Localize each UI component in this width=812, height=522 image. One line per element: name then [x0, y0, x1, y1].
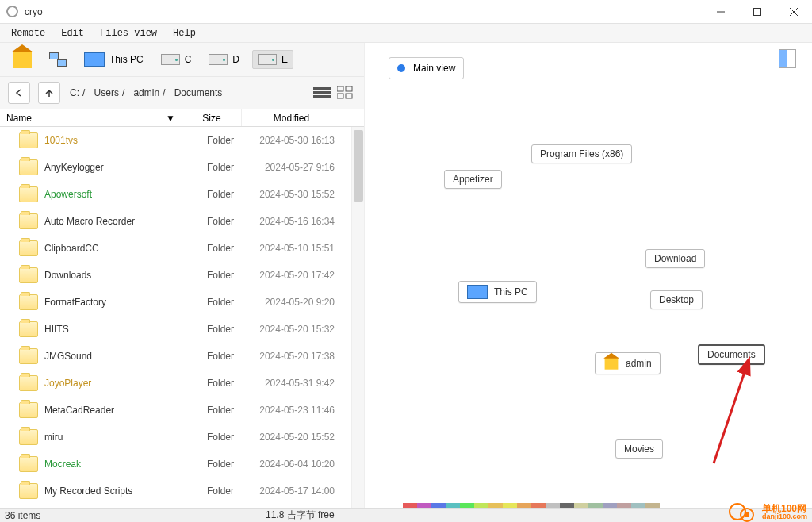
node-program-files[interactable]: Program Files (x86)	[531, 144, 632, 163]
file-browser-pane: This PC C D E C:/ Users/ admin/ Document…	[0, 43, 365, 508]
disk-icon	[209, 54, 228, 65]
pc-icon	[467, 285, 488, 299]
file-modified: 2024-05-30 15:52	[242, 189, 341, 200]
network-button[interactable]	[44, 49, 71, 70]
file-row[interactable]: JoyoPlayerFolder2024-05-31 9:42	[0, 370, 364, 397]
node-this-pc[interactable]: This PC	[458, 281, 537, 303]
node-appetizer[interactable]: Appetizer	[444, 170, 502, 189]
file-type: Folder	[182, 270, 242, 281]
status-free: 11.8 吉字节 free	[266, 509, 335, 522]
sort-arrow-icon: ▼	[166, 113, 175, 124]
file-name: JMGSound	[44, 351, 92, 362]
menu-bar: Remote Edit Files view Help	[0, 24, 812, 43]
file-name: Mocreak	[44, 459, 81, 470]
file-modified: 2024-05-20 17:42	[242, 270, 341, 281]
location-toolbar: This PC C D E	[0, 43, 364, 77]
node-download[interactable]: Download	[645, 249, 705, 268]
home-icon	[13, 51, 32, 68]
file-type: Folder	[182, 216, 242, 227]
svg-rect-1	[754, 8, 761, 15]
file-name: Downloads	[44, 270, 91, 281]
file-row[interactable]: ClipboardCCFolder2024-05-10 15:51	[0, 235, 364, 262]
file-type: Folder	[182, 135, 242, 146]
svg-rect-5	[313, 91, 331, 94]
back-button[interactable]	[8, 82, 30, 104]
drive-e-button[interactable]: E	[252, 50, 293, 69]
svg-rect-4	[313, 87, 331, 90]
file-name: ClipboardCC	[44, 243, 99, 254]
file-row[interactable]: Auto Macro RecorderFolder2024-05-16 16:3…	[0, 208, 364, 235]
node-admin[interactable]: admin	[595, 352, 661, 374]
file-type: Folder	[182, 432, 242, 443]
up-button[interactable]	[38, 82, 60, 104]
file-name: Apowersoft	[44, 189, 92, 200]
file-type: Folder	[182, 324, 242, 335]
folder-icon	[19, 186, 38, 202]
file-type: Folder	[182, 189, 242, 200]
svg-rect-8	[346, 86, 352, 91]
drive-d-button[interactable]: D	[204, 51, 244, 68]
file-modified: 2024-05-20 17:38	[242, 351, 341, 362]
file-name: FormatFactory	[44, 297, 106, 308]
file-modified: 2024-05-20 9:20	[242, 297, 341, 308]
minimize-button[interactable]	[703, 0, 739, 24]
file-row[interactable]: HIITSFolder2024-05-20 15:32	[0, 316, 364, 343]
drive-label: E	[282, 54, 288, 65]
scrollbar[interactable]	[351, 127, 364, 508]
close-button[interactable]	[776, 0, 812, 24]
menu-remote[interactable]: Remote	[3, 26, 53, 40]
status-items: 36 items	[5, 510, 40, 521]
nav-bar: C:/ Users/ admin/ Documents	[0, 77, 364, 109]
watermark-text: 单机100网	[762, 504, 807, 513]
file-name: miru	[44, 432, 63, 443]
disk-icon	[161, 54, 180, 65]
file-row[interactable]: MocreakFolder2024-06-04 10:20	[0, 451, 364, 478]
folder-icon	[19, 375, 38, 391]
folder-icon	[19, 348, 38, 364]
file-type: Folder	[182, 351, 242, 362]
svg-rect-7	[337, 86, 343, 91]
file-modified: 2024-05-17 14:00	[242, 486, 341, 497]
file-type: Folder	[182, 243, 242, 254]
column-headers: Name▼ Size Modified	[0, 109, 364, 127]
app-icon	[6, 6, 18, 17]
thispc-button[interactable]: This PC	[79, 49, 148, 70]
menu-help[interactable]: Help	[165, 26, 204, 40]
file-name: Auto Macro Recorder	[44, 216, 135, 227]
list-view-button[interactable]	[313, 85, 332, 101]
file-list[interactable]: 1001tvsFolder2024-05-30 16:13AnyKeylogge…	[0, 127, 364, 508]
file-row[interactable]: FormatFactoryFolder2024-05-20 9:20	[0, 289, 364, 316]
maximize-button[interactable]	[739, 0, 776, 24]
file-row[interactable]: DownloadsFolder2024-05-20 17:42	[0, 262, 364, 289]
graph-pane[interactable]: Main view Appetizer Program Files (x86) …	[365, 43, 812, 508]
file-row[interactable]: AnyKeyloggerFolder2024-05-27 9:16	[0, 154, 364, 181]
watermark-logo-icon	[729, 503, 746, 520]
file-row[interactable]: miruFolder2024-05-20 15:52	[0, 424, 364, 451]
scroll-thumb[interactable]	[354, 130, 363, 202]
node-desktop[interactable]: Desktop	[650, 290, 703, 309]
menu-filesview[interactable]: Files view	[92, 26, 165, 40]
grid-view-button[interactable]	[337, 85, 356, 101]
file-row[interactable]: 1001tvsFolder2024-05-30 16:13	[0, 127, 364, 154]
file-type: Folder	[182, 459, 242, 470]
col-modified[interactable]: Modified	[242, 109, 341, 126]
folder-icon	[19, 240, 38, 256]
drive-label: C	[185, 54, 192, 65]
folder-icon	[19, 429, 38, 445]
file-row[interactable]: MetaCadReaderFolder2024-05-23 11:46	[0, 397, 364, 424]
col-size[interactable]: Size	[182, 109, 242, 126]
node-movies[interactable]: Movies	[615, 439, 663, 459]
file-modified: 2024-05-10 15:51	[242, 243, 341, 254]
file-row[interactable]: My Recorded ScriptsFolder2024-05-17 14:0…	[0, 478, 364, 505]
drive-c-button[interactable]: C	[156, 51, 197, 68]
file-row[interactable]: JMGSoundFolder2024-05-20 17:38	[0, 343, 364, 370]
home-button[interactable]	[8, 48, 36, 71]
breadcrumb[interactable]: C:/ Users/ admin/ Documents	[68, 87, 305, 99]
file-modified: 2024-05-20 15:52	[242, 432, 341, 443]
folder-icon	[19, 456, 38, 472]
col-name[interactable]: Name▼	[0, 109, 182, 126]
file-row[interactable]: ApowersoftFolder2024-05-30 15:52	[0, 181, 364, 208]
node-documents[interactable]: Documents	[698, 344, 765, 365]
svg-rect-10	[346, 94, 352, 98]
menu-edit[interactable]: Edit	[53, 26, 92, 40]
